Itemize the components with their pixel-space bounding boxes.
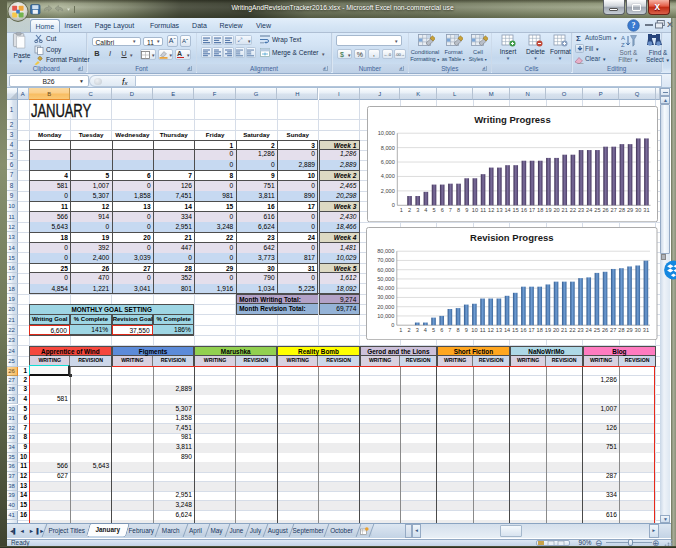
svg-text:19: 19 bbox=[545, 327, 551, 333]
svg-text:24: 24 bbox=[586, 207, 592, 213]
svg-text:2: 2 bbox=[408, 207, 411, 213]
svg-text:16: 16 bbox=[520, 207, 526, 213]
svg-text:24: 24 bbox=[586, 327, 592, 333]
svg-text:3: 3 bbox=[416, 327, 419, 333]
svg-text:30: 30 bbox=[635, 207, 641, 213]
svg-text:40,000: 40,000 bbox=[377, 285, 394, 291]
svg-text:Writing Progress: Writing Progress bbox=[474, 114, 550, 125]
svg-text:13: 13 bbox=[496, 327, 502, 333]
svg-text:60,000: 60,000 bbox=[377, 267, 394, 273]
svg-text:29: 29 bbox=[626, 207, 632, 213]
svg-text:10: 10 bbox=[471, 327, 477, 333]
svg-text:15: 15 bbox=[512, 327, 518, 333]
svg-text:?: ? bbox=[632, 21, 636, 30]
svg-text:16: 16 bbox=[520, 327, 526, 333]
svg-text:80,000: 80,000 bbox=[377, 248, 394, 254]
svg-text:0: 0 bbox=[391, 202, 394, 208]
svg-text:30: 30 bbox=[635, 327, 641, 333]
svg-text:0: 0 bbox=[391, 322, 394, 328]
svg-text:14: 14 bbox=[504, 327, 510, 333]
svg-text:8,000: 8,000 bbox=[380, 145, 394, 151]
svg-text:6,000: 6,000 bbox=[380, 159, 394, 165]
svg-text:22: 22 bbox=[569, 207, 575, 213]
svg-text:Z: Z bbox=[621, 42, 625, 48]
svg-text:6: 6 bbox=[440, 207, 443, 213]
svg-text:7: 7 bbox=[448, 327, 451, 333]
svg-text:30,000: 30,000 bbox=[377, 295, 394, 301]
svg-text:11: 11 bbox=[480, 327, 486, 333]
svg-text:21: 21 bbox=[561, 327, 567, 333]
svg-text:31: 31 bbox=[643, 207, 649, 213]
svg-text:1: 1 bbox=[399, 327, 402, 333]
svg-text:20: 20 bbox=[553, 327, 559, 333]
svg-text:19: 19 bbox=[545, 207, 551, 213]
svg-text:5: 5 bbox=[432, 207, 435, 213]
svg-text:5: 5 bbox=[432, 327, 435, 333]
svg-text:22: 22 bbox=[569, 327, 575, 333]
svg-text:9: 9 bbox=[465, 207, 468, 213]
svg-text:10,000: 10,000 bbox=[377, 130, 394, 136]
svg-text:50,000: 50,000 bbox=[377, 276, 394, 282]
svg-text:23: 23 bbox=[577, 327, 583, 333]
svg-text:20: 20 bbox=[553, 207, 559, 213]
svg-text:10: 10 bbox=[471, 207, 477, 213]
svg-text:31: 31 bbox=[643, 327, 649, 333]
svg-text:3: 3 bbox=[416, 207, 419, 213]
svg-text:27: 27 bbox=[610, 207, 616, 213]
svg-text:70,000: 70,000 bbox=[377, 258, 394, 264]
svg-text:26: 26 bbox=[602, 207, 608, 213]
svg-text:9: 9 bbox=[465, 327, 468, 333]
svg-text:4: 4 bbox=[424, 327, 427, 333]
svg-text:27: 27 bbox=[610, 327, 616, 333]
svg-text:2: 2 bbox=[408, 327, 411, 333]
svg-text:15: 15 bbox=[512, 207, 518, 213]
svg-text:8: 8 bbox=[457, 207, 460, 213]
svg-text:26: 26 bbox=[602, 327, 608, 333]
svg-text:12: 12 bbox=[488, 327, 494, 333]
svg-text:6: 6 bbox=[440, 327, 443, 333]
svg-text:7: 7 bbox=[448, 207, 451, 213]
svg-text:10,000: 10,000 bbox=[377, 313, 394, 319]
svg-text:21: 21 bbox=[561, 207, 567, 213]
svg-text:14: 14 bbox=[504, 207, 510, 213]
svg-text:17: 17 bbox=[528, 207, 534, 213]
svg-text:28: 28 bbox=[618, 327, 624, 333]
svg-text:Revision Progress: Revision Progress bbox=[470, 232, 553, 243]
svg-text:12: 12 bbox=[488, 207, 494, 213]
svg-text:25: 25 bbox=[594, 327, 600, 333]
svg-text:18: 18 bbox=[537, 207, 543, 213]
svg-text:29: 29 bbox=[626, 327, 632, 333]
svg-text:20,000: 20,000 bbox=[377, 304, 394, 310]
svg-text:8: 8 bbox=[457, 327, 460, 333]
svg-text:2,000: 2,000 bbox=[380, 188, 394, 194]
svg-text:17: 17 bbox=[528, 327, 534, 333]
svg-text:28: 28 bbox=[618, 207, 624, 213]
svg-text:23: 23 bbox=[577, 207, 583, 213]
svg-text:4,000: 4,000 bbox=[380, 173, 394, 179]
svg-text:11: 11 bbox=[480, 207, 486, 213]
svg-text:1: 1 bbox=[399, 207, 402, 213]
svg-text:25: 25 bbox=[594, 207, 600, 213]
svg-text:18: 18 bbox=[537, 327, 543, 333]
svg-text:13: 13 bbox=[496, 207, 502, 213]
svg-text:A: A bbox=[621, 35, 625, 41]
svg-text:4: 4 bbox=[424, 207, 427, 213]
